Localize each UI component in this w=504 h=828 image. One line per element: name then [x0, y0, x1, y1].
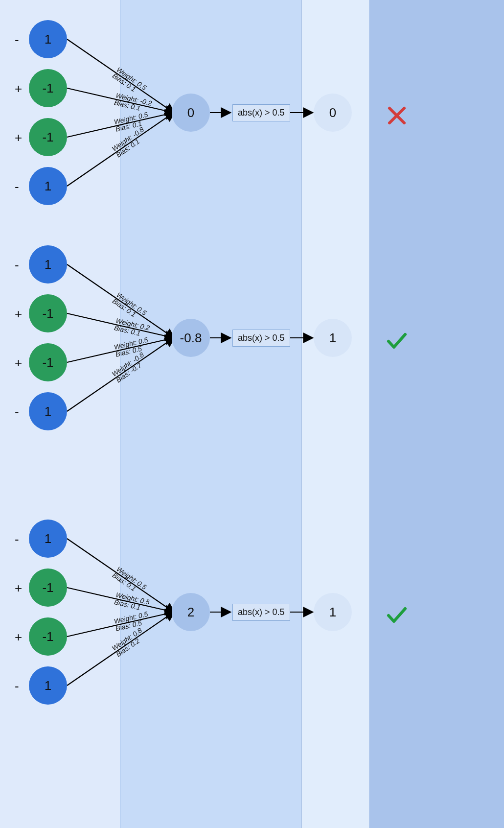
- hidden-node: -0.8: [172, 319, 210, 357]
- activation-box: abs(x) > 0.5: [232, 604, 290, 621]
- output-node: 1: [314, 593, 352, 631]
- input-sign: -: [15, 679, 19, 694]
- input-node: 1: [29, 666, 67, 705]
- input-node: -1: [29, 294, 67, 332]
- input-node: -1: [29, 568, 67, 607]
- input-sign: -: [15, 179, 19, 194]
- input-node: -1: [29, 69, 67, 107]
- input-node: -1: [29, 617, 67, 656]
- input-sign: +: [15, 307, 22, 322]
- input-sign: +: [15, 581, 22, 596]
- input-sign: +: [15, 81, 22, 96]
- input-sign: -: [15, 404, 19, 420]
- check-icon: [387, 331, 407, 351]
- input-node: -1: [29, 343, 67, 381]
- check-icon: [387, 605, 407, 625]
- input-sign: +: [15, 130, 22, 145]
- activation-box: abs(x) > 0.5: [232, 104, 290, 121]
- hidden-node: 0: [172, 94, 210, 132]
- layer-columns: [0, 0, 504, 828]
- input-sign: -: [15, 258, 19, 273]
- input-sign: -: [15, 532, 19, 547]
- input-node: 1: [29, 392, 67, 430]
- input-node: 1: [29, 167, 67, 205]
- activation-box: abs(x) > 0.5: [232, 330, 290, 347]
- input-node: 1: [29, 20, 67, 58]
- input-sign: -: [15, 32, 19, 47]
- output-node: 0: [314, 94, 352, 132]
- input-sign: +: [15, 630, 22, 645]
- output-node: 1: [314, 319, 352, 357]
- input-node: 1: [29, 520, 67, 558]
- input-node: 1: [29, 245, 67, 284]
- cross-icon: [387, 105, 407, 126]
- input-sign: +: [15, 355, 22, 371]
- hidden-node: 2: [172, 593, 210, 631]
- input-node: -1: [29, 118, 67, 156]
